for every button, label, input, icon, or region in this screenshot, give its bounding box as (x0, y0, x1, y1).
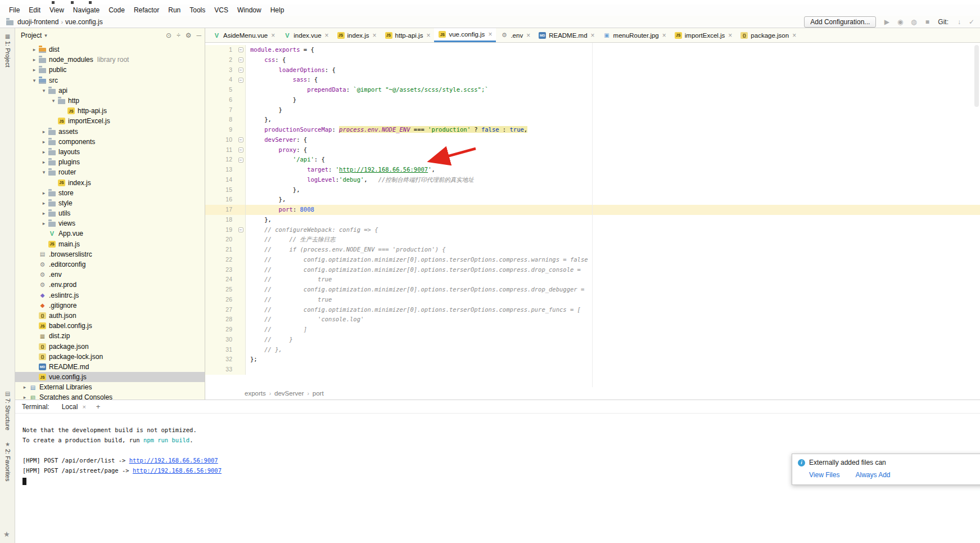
code-line-28[interactable]: 28 // 'console.log' (205, 315, 980, 325)
close-icon[interactable]: × (728, 32, 732, 39)
code-line-16[interactable]: 16 }, (205, 195, 980, 205)
collapse-all-icon[interactable]: ÷ (177, 32, 180, 39)
new-terminal-button[interactable]: + (96, 402, 101, 411)
chevron-right-icon[interactable]: ▸ (40, 139, 48, 145)
close-icon[interactable]: × (591, 32, 595, 39)
fold-marker[interactable]: − (236, 78, 245, 83)
tree-item-editorconfig[interactable]: ⚙.editorconfig (15, 259, 205, 270)
tab-vue-config-js[interactable]: JSvue.config.js× (434, 28, 496, 42)
code-line-24[interactable]: 24 // true (205, 275, 980, 285)
menu-item-code[interactable]: Code (104, 5, 129, 15)
code-line-21[interactable]: 21 // if (process.env.NODE_ENV === 'prod… (205, 245, 980, 255)
git-commit-icon[interactable]: ✓ (967, 18, 977, 26)
tab-package-json[interactable]: {}package.json× (736, 28, 800, 42)
code-line-6[interactable]: 6 } (205, 95, 980, 105)
tree-item-assets[interactable]: ▸assets (15, 127, 205, 137)
breadcrumb-devserver[interactable]: devServer (273, 390, 305, 397)
tree-item-external-libraries[interactable]: ▸▤External Libraries (15, 382, 205, 392)
menu-item-edit[interactable]: Edit (24, 5, 45, 15)
code-line-29[interactable]: 29 // ] (205, 325, 980, 335)
terminal-link[interactable]: http://192.168.66.56:9007 (133, 467, 222, 474)
code-line-26[interactable]: 26 // true (205, 295, 980, 305)
breadcrumb-file[interactable]: vue.config.js (65, 18, 103, 26)
terminal-link[interactable]: http://192.168.66.56:9007 (129, 457, 218, 464)
tree-item-dist-zip[interactable]: ▦dist.zip (15, 331, 205, 341)
tree-item-plugins[interactable]: ▸plugins (15, 157, 205, 167)
settings-icon[interactable]: ⚙ (186, 32, 192, 39)
tree-item-auth-json[interactable]: {}auth.json (15, 311, 205, 321)
notification-action-always-add[interactable]: Always Add (855, 471, 890, 479)
debug-icon[interactable]: ◉ (895, 18, 905, 26)
tree-item-router[interactable]: ▾router (15, 167, 205, 177)
close-icon[interactable]: × (526, 32, 530, 39)
tree-item-vue-config-js[interactable]: JSvue.config.js (15, 372, 205, 382)
tree-item-app-vue[interactable]: VApp.vue (15, 228, 205, 239)
menu-item-help[interactable]: Help (266, 5, 289, 15)
code-line-2[interactable]: 2− css: { (205, 55, 980, 65)
chevron-right-icon[interactable]: ▸ (30, 47, 38, 52)
chevron-down-icon[interactable]: ▾ (30, 78, 38, 83)
fold-icon[interactable]: − (238, 158, 243, 163)
tree-item-src[interactable]: ▾src (15, 75, 205, 86)
terminal-title[interactable]: Terminal: (22, 403, 49, 411)
code-line-5[interactable]: 5 prependData: `@import "~@/assets/scss/… (205, 85, 980, 95)
close-icon[interactable]: × (82, 403, 85, 410)
chevron-down-icon[interactable]: ▾ (49, 98, 57, 104)
fold-marker[interactable]: − (236, 137, 245, 142)
close-icon[interactable]: × (792, 32, 796, 39)
code-line-30[interactable]: 30 // } (205, 335, 980, 345)
tree-item-gitignore[interactable]: ◆.gitignore (15, 300, 205, 311)
tree-item-readme-md[interactable]: MDREADME.md (15, 362, 205, 372)
chevron-right-icon[interactable]: ▸ (30, 57, 38, 62)
tree-item-dist[interactable]: ▸dist (15, 44, 205, 55)
chevron-right-icon[interactable]: ▸ (40, 200, 48, 206)
menu-item-run[interactable]: Run (164, 5, 185, 15)
code-line-12[interactable]: 12− '/api': { (205, 155, 980, 165)
stop-icon[interactable]: ■ (922, 18, 932, 26)
chevron-down-icon[interactable]: ▾ (44, 33, 47, 38)
favorites-star-icon[interactable]: ★ (3, 530, 10, 538)
menu-item-vcs[interactable]: VCS (210, 5, 233, 15)
tree-item-importexcel-js[interactable]: JSimportExcel.js (15, 116, 205, 126)
menu-item-navigate[interactable]: Navigate (69, 5, 104, 15)
fold-marker[interactable]: − (236, 147, 245, 152)
chevron-right-icon[interactable]: ▸ (21, 384, 29, 390)
locate-icon[interactable]: ⊙ (166, 32, 171, 39)
code-line-32[interactable]: 32}; (205, 354, 980, 365)
tree-item-env[interactable]: ⚙.env (15, 270, 205, 280)
tab-importexcel-js[interactable]: JSimportExcel.js× (670, 28, 737, 42)
tree-item-main-js[interactable]: JSmain.js (15, 239, 205, 249)
tree-item-api[interactable]: ▾api (15, 86, 205, 96)
fold-icon[interactable]: − (238, 57, 243, 62)
tree-item-index-js[interactable]: JSindex.js (15, 177, 205, 187)
tree-item-package-json[interactable]: {}package.json (15, 341, 205, 351)
tree-item-style[interactable]: ▸style (15, 198, 205, 208)
code-line-8[interactable]: 8 }, (205, 115, 980, 125)
add-configuration-button[interactable]: Add Configuration... (804, 16, 876, 28)
run-icon[interactable]: ▶ (882, 18, 892, 26)
chevron-right-icon[interactable]: ▸ (40, 159, 48, 165)
breadcrumb-exports[interactable]: exports (243, 390, 267, 397)
close-icon[interactable]: × (488, 30, 492, 38)
hide-icon[interactable]: ─ (196, 32, 201, 39)
project-panel-title[interactable]: Project (21, 32, 42, 39)
fold-marker[interactable]: − (236, 227, 245, 232)
code-editor[interactable]: 1−module.exports = {2− css: {3− loaderOp… (205, 43, 980, 387)
close-icon[interactable]: × (373, 32, 377, 39)
fold-icon[interactable]: − (238, 78, 243, 83)
tab-readme-md[interactable]: MDREADME.md× (534, 28, 598, 42)
git-widget-label[interactable]: Git: (938, 18, 949, 26)
code-url-link[interactable]: http://192.168.66.56:9007 (339, 166, 428, 173)
close-icon[interactable]: × (271, 32, 275, 39)
tree-item-http[interactable]: ▾http (15, 96, 205, 106)
notification-action-view-files[interactable]: View Files (809, 471, 839, 479)
code-line-14[interactable]: 14 logLevel:'debug', //控制台终端打印代理前的真实地址 (205, 175, 980, 185)
tree-item-scratches-and-consoles[interactable]: ▸▧Scratches and Consoles (15, 392, 205, 400)
tree-item-store[interactable]: ▸store (15, 188, 205, 198)
tree-item-utils[interactable]: ▸utils (15, 208, 205, 218)
close-icon[interactable]: × (426, 32, 430, 39)
chevron-right-icon[interactable]: ▸ (21, 394, 29, 400)
chevron-right-icon[interactable]: ▸ (40, 190, 48, 196)
tab-asidemenu-vue[interactable]: VAsideMenu.vue× (209, 28, 279, 42)
tree-item-eslintrc-js[interactable]: ◆.eslintrc.js (15, 290, 205, 300)
